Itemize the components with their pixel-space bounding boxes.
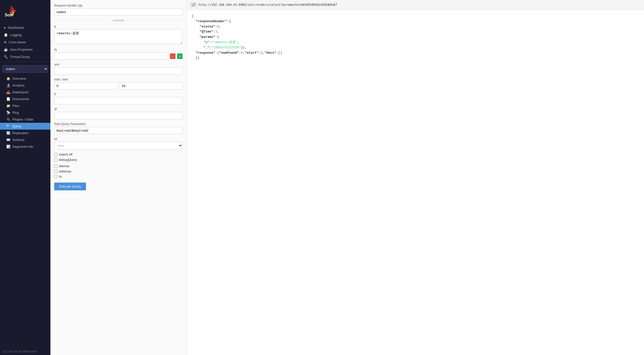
content-area: 🔗 http://192.168.244.41:8983/solr/orders…	[187, 0, 644, 355]
sidebar-item-analysis[interactable]: 🔬 Analysis	[0, 82, 50, 89]
sidebar-item-java-properties[interactable]: ☕ Java Properties	[0, 46, 50, 53]
indent-off-label: indent off	[59, 153, 72, 156]
start-rows-group: start, rows	[54, 78, 183, 90]
sidebar-item-plugins-stats[interactable]: 🔌 Plugins / Stats	[0, 116, 50, 123]
core-admin-icon: ⚙	[4, 40, 7, 44]
documents-icon: 📄	[6, 97, 10, 101]
url-text: http://192.168.244.41:8983/solr/orders/s…	[199, 3, 337, 7]
logging-icon: 📋	[4, 33, 8, 37]
sidebar-item-schema[interactable]: 📖 Schema	[0, 136, 50, 143]
fl-label: fl	[54, 93, 183, 96]
wt-select[interactable]: ------ json xml csv python ruby	[54, 142, 183, 150]
sidebar-item-dashboard[interactable]: ● Dashboard	[0, 24, 50, 31]
sidebar-item-ping[interactable]: 📡 Ping	[0, 109, 50, 116]
fq-remove-button[interactable]: −	[170, 53, 175, 59]
edismax-checkbox[interactable]	[54, 170, 57, 173]
global-nav: ● Dashboard 📋 Logging ⚙ Core Admin ☕ Jav…	[0, 23, 50, 62]
schema-icon: 📖	[6, 138, 10, 142]
wt-group: wt ------ json xml csv python ruby	[54, 137, 183, 150]
start-input[interactable]	[54, 82, 118, 90]
sidebar-item-files[interactable]: 📁 Files	[0, 102, 50, 109]
df-input[interactable]	[54, 112, 183, 119]
dashboard-icon: ●	[4, 26, 6, 29]
debug-query-label: debugQuery	[59, 158, 77, 162]
handler-input[interactable]	[54, 8, 183, 16]
hl-label: hl	[59, 175, 62, 179]
sidebar-item-label: Query	[12, 124, 21, 128]
sidebar-item-label: Java Properties	[10, 48, 33, 51]
sidebar-item-label: Files	[12, 104, 19, 108]
fl-input[interactable]	[54, 97, 183, 104]
q-input[interactable]	[54, 29, 183, 44]
indent-off-checkbox[interactable]	[54, 153, 57, 156]
df-group: df	[54, 107, 183, 119]
url-icon: 🔗	[190, 3, 197, 7]
sidebar-item-label: Thread Dump	[10, 55, 30, 59]
sidebar-item-core-admin[interactable]: ⚙ Core Admin	[0, 39, 50, 46]
overview-icon: 🏠	[6, 77, 10, 80]
sidebar-item-label: Core Admin	[9, 40, 26, 44]
sidebar-item-label: Documents	[12, 97, 29, 101]
core-nav: 🏠 Overview 🔬 Analysis 📥 Dataimport 📄 Doc…	[0, 75, 50, 151]
sidebar-item-segments-info[interactable]: 📊 Segments info	[0, 143, 50, 150]
sidebar-item-label: Segments info	[12, 145, 33, 149]
sidebar-item-overview[interactable]: 🏠 Overview	[0, 75, 50, 82]
url-bar: 🔗 http://192.168.244.41:8983/solr/orders…	[187, 0, 644, 10]
q-label: q	[54, 25, 183, 28]
dataimport-icon: 📥	[6, 90, 10, 94]
sidebar-item-query[interactable]: 🔍 Query	[0, 123, 50, 130]
logo-area: Solr	[0, 0, 50, 23]
debug-query-checkbox[interactable]	[54, 158, 57, 161]
wt-label: wt	[54, 137, 183, 141]
sidebar-item-label: Replication	[12, 131, 28, 135]
sidebar-item-label: Plugins / Stats	[12, 117, 33, 121]
start-rows-row	[54, 82, 183, 90]
raw-query-group: Raw Query Parameters	[54, 122, 183, 134]
sidebar-item-thread-dump[interactable]: 🔧 Thread Dump	[0, 53, 50, 61]
dismax-checkbox[interactable]	[54, 164, 57, 168]
sidebar-item-label: Analysis	[12, 83, 24, 87]
raw-query-label: Raw Query Parameters	[54, 122, 183, 126]
sidebar-item-logging[interactable]: 📋 Logging	[0, 31, 50, 39]
execute-query-button[interactable]: Execute Query	[54, 183, 86, 190]
rows-input[interactable]	[120, 82, 183, 90]
sidebar-item-replication[interactable]: 🔄 Replication	[0, 130, 50, 136]
df-label: df	[54, 107, 183, 111]
fq-input[interactable]	[54, 52, 168, 60]
hl-checkbox[interactable]	[54, 175, 57, 178]
raw-query-input[interactable]	[54, 127, 183, 134]
dismax-label: dismax	[59, 164, 69, 168]
edismax-label: edismax	[59, 169, 71, 173]
sidebar-item-label: Logging	[10, 33, 21, 37]
ping-icon: 📡	[6, 111, 10, 114]
sidebar-item-label: Overview	[12, 77, 26, 80]
core-selector[interactable]: orders	[3, 65, 48, 73]
debug-query-row: debugQuery	[54, 158, 183, 162]
sidebar-item-label: Ping	[12, 111, 19, 114]
q-group: q	[54, 25, 183, 45]
sidebar-item-dataimport[interactable]: 📥 Dataimport	[0, 89, 50, 96]
analysis-icon: 🔬	[6, 83, 10, 87]
sidebar: Solr ● Dashboard 📋 Logging ⚙ Core Admin …	[0, 0, 50, 355]
edismax-row: edismax	[54, 169, 183, 173]
sort-label: sort	[54, 63, 183, 66]
handler-label: Request-Handler (qt)	[54, 4, 183, 7]
sort-input[interactable]	[54, 67, 183, 75]
dismax-row: dismax	[54, 164, 183, 168]
sidebar-footer: 192.168.244.41:8983/solr/#/	[0, 348, 50, 355]
core-select-dropdown[interactable]: orders	[3, 65, 48, 73]
main-area: Request-Handler (qt) common q fq − + sor…	[50, 0, 644, 355]
indent-off-row: indent off	[54, 153, 183, 156]
java-icon: ☕	[4, 48, 8, 51]
sidebar-item-label: Dataimport	[12, 90, 28, 94]
json-output: { "responseHeader":{ "status":0, "QTime"…	[187, 10, 644, 355]
thread-dump-icon: 🔧	[4, 55, 8, 59]
sidebar-item-documents[interactable]: 📄 Documents	[0, 96, 50, 102]
query-icon: 🔍	[6, 124, 10, 128]
query-panel: Request-Handler (qt) common q fq − + sor…	[50, 0, 187, 355]
handler-group: Request-Handler (qt)	[54, 4, 183, 16]
fq-add-button[interactable]: +	[177, 53, 183, 59]
common-divider: common	[54, 19, 183, 22]
replication-icon: 🔄	[6, 131, 10, 135]
fq-row: − +	[54, 52, 183, 60]
